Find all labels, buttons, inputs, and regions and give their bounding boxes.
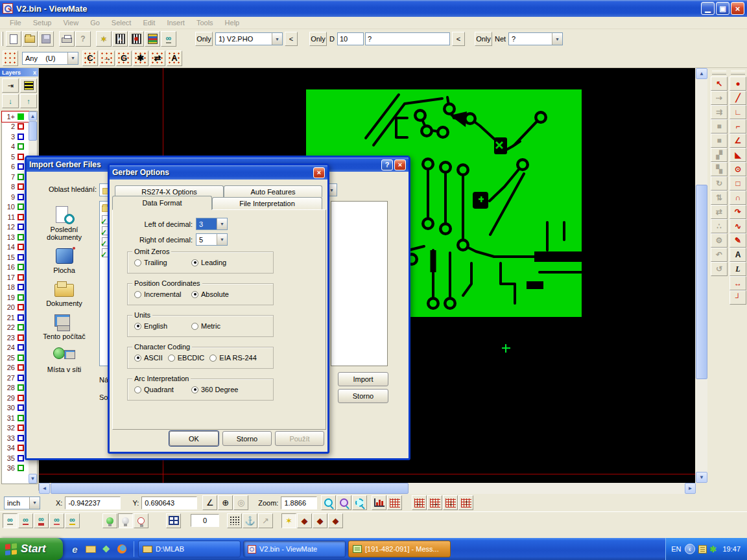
layer-color-swatch[interactable]	[18, 344, 24, 351]
radio-ebcdic[interactable]: EBCDIC	[168, 354, 205, 362]
draw-curve-button[interactable]: ↷	[729, 205, 746, 219]
dot-grid-button[interactable]	[227, 513, 242, 528]
menu-help[interactable]: Help	[219, 18, 246, 28]
layer-color-swatch[interactable]	[18, 435, 24, 441]
extents-button[interactable]	[372, 495, 386, 510]
tab-file-interpretation[interactable]: File Interpretation	[212, 197, 322, 209]
radio-button-icon[interactable]	[191, 323, 198, 330]
layer-color-swatch[interactable]	[18, 284, 24, 290]
ok-button[interactable]: OK	[169, 431, 219, 446]
highlight-off-button[interactable]	[118, 513, 133, 528]
language-indicator[interactable]: EN	[671, 545, 681, 553]
taskbar-clock[interactable]: 19:47	[722, 545, 741, 553]
settings-gear-button[interactable]: ⚙	[711, 233, 728, 248]
layer-color-swatch[interactable]	[18, 143, 24, 150]
explorer-folder-icon[interactable]	[85, 544, 96, 555]
menu-go[interactable]: Go	[84, 18, 106, 28]
start-button[interactable]: Start	[0, 538, 63, 560]
taskbar-task-viewmate[interactable]: V2.bin - ViewMate	[243, 541, 346, 557]
layer-color-swatch[interactable]	[18, 304, 24, 310]
draw-line-button[interactable]: ╱	[729, 91, 746, 105]
place-recent-documents[interactable]: Poslední dokumenty	[33, 206, 95, 241]
select-pointer-button[interactable]: ↖	[711, 76, 728, 91]
anchor-button[interactable]: ⚓	[243, 513, 257, 528]
filled-rect-large-button[interactable]: ■	[711, 134, 728, 148]
tray-flower-icon[interactable]: ✱	[710, 544, 717, 554]
pad-select-button[interactable]: ◆	[297, 513, 312, 528]
view-pads-button[interactable]: ∞	[34, 513, 49, 528]
draw-bezier-button[interactable]: ∿	[729, 219, 746, 233]
dropdown-arrow-icon[interactable]: ▼	[29, 497, 40, 509]
layer-color-swatch[interactable]	[18, 425, 24, 431]
layer-color-swatch[interactable]	[18, 214, 24, 220]
grid-toggle-button[interactable]	[387, 495, 402, 510]
taskbar-task-messenger[interactable]: [191-482-091] - Mess...	[348, 541, 451, 557]
prev-layer-button[interactable]: <	[285, 32, 298, 46]
palette-grip[interactable]	[712, 71, 726, 75]
menu-edit[interactable]: Edit	[137, 18, 161, 28]
draw-triangle-button[interactable]: ◣	[729, 148, 746, 162]
layer-color-swatch[interactable]	[18, 384, 24, 391]
layer-color-swatch[interactable]	[18, 314, 24, 321]
measure-button[interactable]: A	[112, 31, 128, 47]
probe-button[interactable]: ◎	[233, 495, 248, 510]
tray-notes-icon[interactable]	[698, 545, 707, 554]
dialog-close-button[interactable]: ×	[313, 167, 325, 178]
radio-button-icon[interactable]	[134, 355, 141, 362]
layer-color-swatch[interactable]	[18, 324, 24, 331]
layer-color-swatch[interactable]	[18, 134, 24, 140]
dialog-close-button[interactable]: ×	[394, 159, 406, 170]
radio-button-icon[interactable]	[134, 386, 141, 393]
layer-row-36[interactable]: 36	[2, 463, 29, 474]
label-tool-button[interactable]: L	[729, 262, 746, 276]
layers-scroll-down-button[interactable]: ▼	[29, 474, 37, 484]
resize-button[interactable]: ⇅	[711, 191, 728, 205]
minimize-button[interactable]: ▁	[701, 2, 715, 15]
view-sketch-button[interactable]: ∞	[65, 513, 80, 528]
hide-icons-button[interactable]: ‹	[685, 544, 695, 554]
layer-color-swatch[interactable]	[18, 334, 24, 341]
radio-360-degree[interactable]: 360 Degree	[191, 386, 248, 393]
draw-path-button[interactable]: ⌐	[729, 119, 746, 134]
angle-measure-button[interactable]: ∠	[202, 495, 217, 510]
radio-quadrant[interactable]: Quadrant	[134, 386, 191, 393]
filled-rect-button[interactable]: ■	[711, 119, 728, 134]
flash-select-button[interactable]: ✶	[281, 513, 296, 528]
layer-color-swatch[interactable]	[18, 234, 24, 240]
restore-button[interactable]: ▣	[716, 2, 729, 15]
taskbar-task-mlab[interactable]: D:\MLAB	[138, 541, 241, 557]
radio-button-icon[interactable]	[191, 386, 198, 393]
pad-swap-button[interactable]: ◆	[313, 513, 327, 528]
scroll-up-button[interactable]: ▲	[696, 68, 707, 79]
text-tool-button[interactable]: A	[729, 248, 746, 262]
layer-insert-button[interactable]: ⇥	[2, 78, 19, 93]
menu-select[interactable]: Select	[106, 18, 137, 28]
prev-dcode-button[interactable]: <	[452, 32, 465, 46]
radio-incremental[interactable]: Incremental	[134, 290, 191, 298]
save-file-button[interactable]	[38, 31, 54, 47]
scroll-right-button[interactable]: ►	[685, 483, 696, 494]
context-help-button[interactable]: ?	[75, 31, 91, 47]
highlight-on-button[interactable]	[102, 513, 117, 528]
layer-color-swatch[interactable]	[18, 455, 24, 461]
layer-filter-combo[interactable]: 1) V2.PHO▼	[215, 32, 283, 45]
radio-leading[interactable]: Leading	[191, 259, 248, 266]
layer-color-swatch[interactable]	[18, 194, 24, 200]
radio-button-icon[interactable]	[168, 355, 175, 362]
crosshair-origin-button[interactable]: ⊕	[218, 495, 233, 510]
highlight-flash-button[interactable]: ✶	[96, 31, 112, 47]
open-file-button[interactable]	[22, 31, 38, 47]
internet-explorer-icon[interactable]: e	[69, 544, 80, 555]
draw-sketch-button[interactable]: ✎	[729, 233, 746, 248]
left-of-decimal-combo[interactable]: 3▼	[196, 218, 228, 230]
redo-arc-button[interactable]: ↺	[711, 262, 728, 276]
layer-move-down-button[interactable]: ↓	[2, 94, 19, 108]
import-button[interactable]: Import	[338, 372, 388, 386]
menu-tools[interactable]: Tools	[191, 18, 219, 28]
green-app-icon[interactable]: ❖	[101, 544, 112, 555]
radio-button-icon[interactable]	[134, 323, 141, 330]
layer-color-swatch[interactable]	[18, 254, 24, 261]
draw-circle-button[interactable]: ⊙	[729, 162, 746, 176]
layer-color-swatch[interactable]	[18, 204, 24, 210]
inspect-ruler-button[interactable]: ∞	[161, 31, 176, 47]
